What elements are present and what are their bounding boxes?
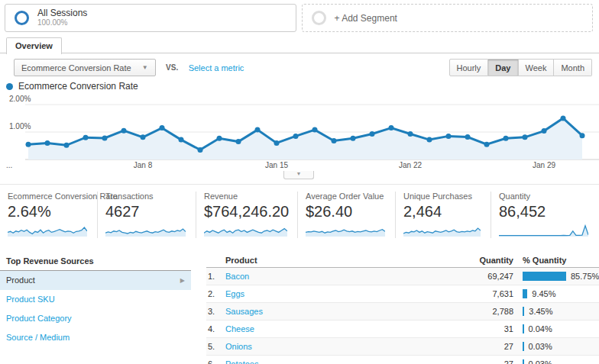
data-point[interactable] [351, 136, 356, 141]
segment-percent: 100.00% [37, 18, 87, 27]
segment-all-sessions[interactable]: All Sessions 100.00% [5, 4, 296, 32]
pct-bar [523, 272, 566, 281]
data-point[interactable] [446, 134, 452, 139]
sparkline-line [499, 226, 588, 236]
select-metric-link[interactable]: Select a metric [189, 63, 244, 72]
metric-selector-dropdown[interactable]: Ecommerce Conversion Rate ▼ [14, 59, 156, 76]
tab-overview[interactable]: Overview [6, 37, 62, 54]
scorecard-ecommerce-conversion-rate[interactable]: Ecommerce Conversion Rate2.64% [0, 192, 98, 238]
data-point[interactable] [274, 140, 280, 146]
data-point[interactable] [45, 140, 50, 146]
table-row: 6.Potatoes270.03% [206, 356, 599, 364]
product-link[interactable]: Bacon [225, 272, 249, 281]
data-point[interactable] [332, 138, 337, 143]
chevron-right-icon: ▶ [180, 271, 185, 290]
scorecard-quantity[interactable]: Quantity86,452 [491, 192, 599, 238]
data-point[interactable] [408, 131, 413, 137]
data-point[interactable] [64, 143, 70, 148]
data-point[interactable] [370, 131, 375, 137]
tab-strip: Overview [0, 37, 599, 53]
chart-collapse-handle[interactable]: ▼ [283, 171, 314, 179]
data-point[interactable] [121, 128, 127, 134]
data-point[interactable] [198, 147, 203, 153]
quantity-cell: 27 [441, 359, 513, 364]
data-point[interactable] [102, 135, 108, 140]
row-rank: 5. [206, 342, 225, 351]
legend-label: Ecommerce Conversion Rate [18, 81, 138, 92]
scorecard-average-order-value[interactable]: Average Order Value$26.40 [298, 192, 396, 238]
table-row: 3.Sausages2,7883.45% [206, 303, 599, 321]
scorecard-revenue[interactable]: Revenue$764,246.20 [196, 192, 298, 238]
quantity-cell: 27 [441, 342, 513, 351]
data-point[interactable] [83, 135, 89, 140]
sparkline [105, 224, 186, 237]
product-link[interactable]: Eggs [225, 289, 244, 298]
granularity-day-button[interactable]: Day [488, 59, 518, 76]
data-point[interactable] [465, 134, 471, 140]
segment-donut-icon [15, 11, 29, 25]
add-segment-button[interactable]: + Add Segment [302, 4, 594, 32]
y-axis-label: 2.00% [9, 95, 31, 103]
pct-label: 0.03% [529, 342, 552, 351]
row-rank: 2. [206, 289, 225, 298]
granularity-week-button[interactable]: Week [519, 59, 555, 76]
data-point[interactable] [503, 136, 509, 141]
sidebar-item-product-category[interactable]: Product Category [0, 309, 191, 328]
data-point[interactable] [255, 127, 261, 133]
product-link[interactable]: Potatoes [225, 359, 258, 364]
scorecard-transactions[interactable]: Transactions4627 [98, 192, 196, 238]
granularity-month-button[interactable]: Month [554, 59, 592, 76]
scorecard-label: Transactions [105, 192, 196, 201]
data-point[interactable] [561, 116, 566, 121]
add-segment-label: + Add Segment [335, 13, 397, 24]
data-point[interactable] [484, 142, 490, 147]
sidebar-item-product-sku[interactable]: Product SKU [0, 290, 191, 309]
data-point[interactable] [580, 133, 585, 138]
segment-label: All Sessions [37, 8, 87, 18]
column-header-product[interactable]: Product [206, 256, 441, 265]
product-cell: Potatoes [225, 359, 441, 364]
product-table: Product Quantity % Quantity 1.Bacon69,24… [206, 253, 599, 364]
product-link[interactable]: Cheese [225, 324, 254, 333]
quantity-cell: 69,247 [441, 272, 513, 281]
metric-selected-label: Ecommerce Conversion Rate [21, 63, 131, 72]
pct-label: 0.03% [529, 359, 552, 364]
data-point[interactable] [389, 125, 394, 130]
scorecard-value: 2.64% [8, 203, 97, 221]
chart-legend: Ecommerce Conversion Rate [6, 81, 138, 92]
x-axis-label: ... [6, 161, 12, 169]
data-point[interactable] [293, 134, 299, 139]
data-point[interactable] [523, 134, 528, 140]
sidebar-item-source-medium[interactable]: Source / Medium [0, 328, 191, 347]
data-point[interactable] [312, 127, 318, 133]
data-point[interactable] [217, 136, 222, 141]
sparkline [499, 224, 588, 237]
scorecard-label: Ecommerce Conversion Rate [8, 192, 97, 201]
granularity-hourly-button[interactable]: Hourly [449, 59, 489, 76]
column-header-pct-quantity[interactable]: % Quantity [513, 256, 599, 265]
sparkline [204, 224, 287, 237]
data-point[interactable] [160, 125, 165, 130]
column-header-quantity[interactable]: Quantity [441, 256, 513, 265]
table-row: 5.Onions270.03% [206, 338, 599, 356]
data-point[interactable] [179, 137, 184, 143]
data-point[interactable] [427, 137, 432, 143]
data-point[interactable] [542, 128, 547, 134]
legend-dot-icon [6, 83, 13, 90]
product-link[interactable]: Sausages [225, 307, 263, 316]
data-point[interactable] [141, 134, 146, 140]
scorecard-value: $764,246.20 [204, 203, 297, 221]
chart-svg [0, 92, 599, 162]
sidebar-item-product[interactable]: Product▶ [0, 271, 191, 290]
quantity-cell: 2,788 [441, 307, 513, 316]
x-axis-label: Jan 22 [399, 161, 422, 169]
table-row: 2.Eggs7,6319.45% [206, 285, 599, 303]
data-point[interactable] [236, 139, 241, 144]
table-header-row: Product Quantity % Quantity [206, 253, 599, 268]
scorecard-unique-purchases[interactable]: Unique Purchases2,464 [396, 192, 491, 238]
data-point[interactable] [26, 142, 31, 147]
timeseries-chart[interactable]: 2.00%1.00% [0, 92, 599, 162]
product-cell: Bacon [225, 272, 441, 281]
product-link[interactable]: Onions [225, 342, 252, 351]
scorecard-label: Quantity [499, 192, 599, 201]
